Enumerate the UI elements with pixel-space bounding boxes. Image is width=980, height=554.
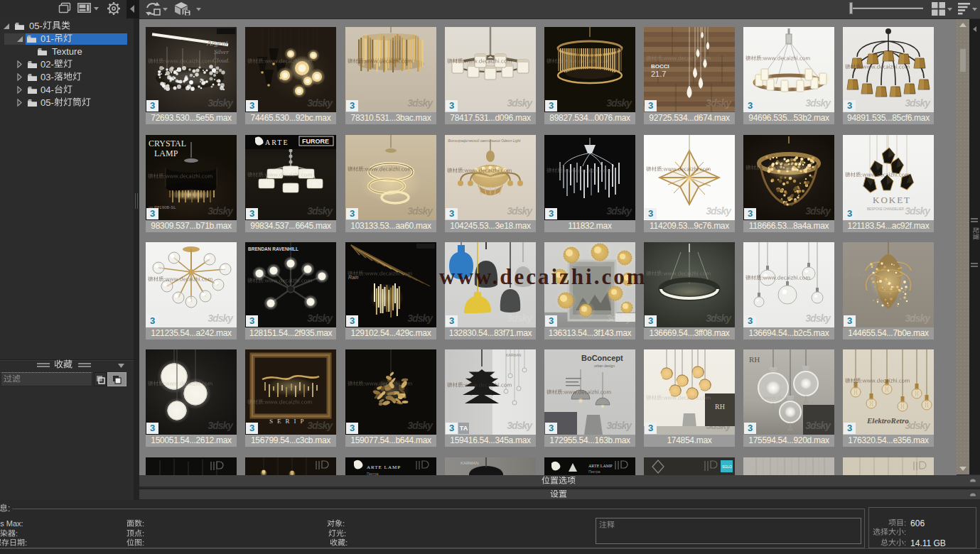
svg-text:ElektroRetro: ElektroRetro (866, 416, 909, 425)
svg-text:BESPOKE CHANDELIER ...: BESPOKE CHANDELIER ... (867, 207, 908, 211)
svg-text:KARMAN: KARMAN (461, 461, 479, 465)
svg-text:SERIP: SERIP (269, 418, 308, 425)
svg-text:KARMAN: KARMAN (506, 353, 522, 357)
svg-text:Пектра: Пектра (588, 469, 601, 474)
svg-text:Argent: Argent (206, 38, 228, 47)
svg-text:SGLO: SGLO (722, 465, 732, 469)
svg-text:Cloud.: Cloud. (212, 57, 230, 64)
svg-text:BOCCI: BOCCI (651, 63, 669, 70)
svg-text:ARTE: ARTE (265, 138, 289, 146)
svg-text:BoConcept: BoConcept (581, 354, 623, 362)
svg-text:LAMP: LAMP (154, 148, 178, 158)
svg-text:Silver: Silver (214, 48, 229, 55)
svg-text:RH: RH (715, 403, 725, 411)
svg-text:KOKET: KOKET (873, 195, 911, 205)
svg-text:FURORE: FURORE (302, 138, 329, 145)
svg-text:BRENDAN RAVENHILL: BRENDAN RAVENHILL (248, 246, 298, 251)
svg-text:Фотографический светильник Ode: Фотографический светильник Odeon Light (448, 138, 521, 143)
svg-text:ARTE LAMP: ARTE LAMP (367, 465, 401, 470)
svg-text:21.7: 21.7 (651, 70, 666, 78)
svg-text:urban design: urban design (594, 364, 615, 368)
svg-text:ARTE LAMP: ARTE LAMP (588, 464, 613, 468)
svg-text:CRYSTAL: CRYSTAL (149, 138, 186, 148)
svg-text:RH: RH (749, 355, 760, 364)
